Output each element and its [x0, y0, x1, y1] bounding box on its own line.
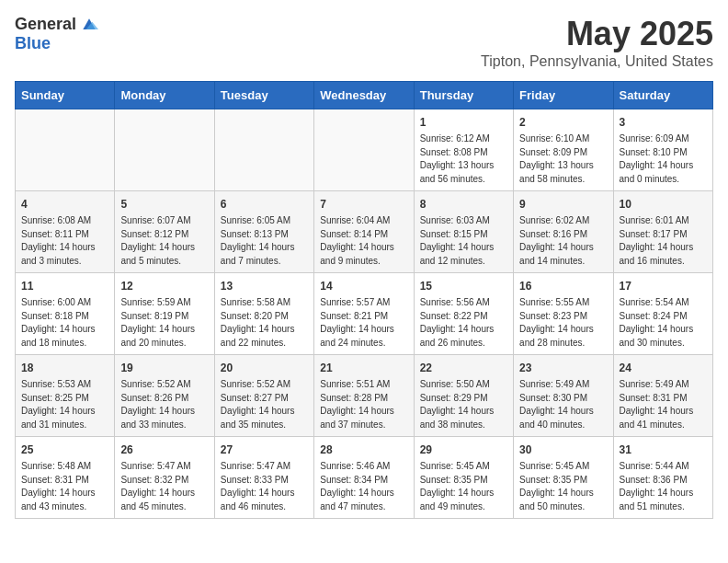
day-info: Sunrise: 6:09 AM Sunset: 8:10 PM Dayligh… — [620, 132, 707, 186]
day-info: Sunrise: 6:10 AM Sunset: 8:09 PM Dayligh… — [519, 132, 607, 186]
day-info: Sunrise: 6:12 AM Sunset: 8:08 PM Dayligh… — [420, 132, 507, 186]
calendar-cell: 6Sunrise: 6:05 AM Sunset: 8:13 PM Daylig… — [214, 191, 313, 273]
calendar-cell: 14Sunrise: 5:57 AM Sunset: 8:21 PM Dayli… — [314, 273, 414, 355]
day-number: 20 — [221, 360, 308, 376]
calendar-cell: 30Sunrise: 5:45 AM Sunset: 8:35 PM Dayli… — [514, 437, 613, 519]
calendar-cell — [115, 109, 214, 191]
page-header: General Blue May 2025 Tipton, Pennsylvan… — [15, 15, 713, 70]
calendar-cell: 5Sunrise: 6:07 AM Sunset: 8:12 PM Daylig… — [115, 191, 214, 273]
day-number: 30 — [519, 442, 607, 458]
logo-general-text: General — [15, 15, 76, 34]
header-day-thursday: Thursday — [414, 82, 513, 109]
week-row-5: 25Sunrise: 5:48 AM Sunset: 8:31 PM Dayli… — [16, 437, 713, 519]
calendar-cell: 13Sunrise: 5:58 AM Sunset: 8:20 PM Dayli… — [214, 273, 313, 355]
header-day-monday: Monday — [115, 82, 214, 109]
day-number: 16 — [519, 278, 607, 294]
calendar-cell: 20Sunrise: 5:52 AM Sunset: 8:27 PM Dayli… — [214, 355, 313, 437]
day-number: 8 — [420, 196, 507, 213]
calendar-cell: 28Sunrise: 5:46 AM Sunset: 8:34 PM Dayli… — [314, 437, 414, 519]
subtitle: Tipton, Pennsylvania, United States — [481, 53, 713, 70]
title-section: May 2025 Tipton, Pennsylvania, United St… — [481, 15, 713, 70]
calendar-cell: 19Sunrise: 5:52 AM Sunset: 8:26 PM Dayli… — [115, 355, 214, 437]
day-info: Sunrise: 5:51 AM Sunset: 8:28 PM Dayligh… — [320, 378, 407, 431]
calendar-table: SundayMondayTuesdayWednesdayThursdayFrid… — [15, 81, 713, 519]
week-row-4: 18Sunrise: 5:53 AM Sunset: 8:25 PM Dayli… — [16, 355, 713, 437]
day-info: Sunrise: 6:00 AM Sunset: 8:18 PM Dayligh… — [21, 296, 108, 350]
day-info: Sunrise: 5:53 AM Sunset: 8:25 PM Dayligh… — [21, 378, 108, 431]
day-number: 9 — [519, 196, 607, 213]
calendar-header: SundayMondayTuesdayWednesdayThursdayFrid… — [16, 82, 713, 109]
header-day-saturday: Saturday — [613, 82, 712, 109]
calendar-cell: 29Sunrise: 5:45 AM Sunset: 8:35 PM Dayli… — [414, 437, 513, 519]
day-info: Sunrise: 6:02 AM Sunset: 8:16 PM Dayligh… — [519, 214, 607, 268]
day-info: Sunrise: 6:01 AM Sunset: 8:17 PM Dayligh… — [620, 214, 707, 268]
calendar-cell: 3Sunrise: 6:09 AM Sunset: 8:10 PM Daylig… — [613, 109, 712, 191]
calendar-cell: 11Sunrise: 6:00 AM Sunset: 8:18 PM Dayli… — [16, 273, 115, 355]
day-number: 29 — [420, 442, 507, 458]
day-number: 10 — [620, 196, 707, 213]
day-info: Sunrise: 5:54 AM Sunset: 8:24 PM Dayligh… — [620, 296, 707, 350]
day-number: 31 — [620, 442, 707, 458]
calendar-cell: 8Sunrise: 6:03 AM Sunset: 8:15 PM Daylig… — [414, 191, 513, 273]
week-row-1: 1Sunrise: 6:12 AM Sunset: 8:08 PM Daylig… — [16, 109, 713, 191]
day-number: 19 — [120, 360, 208, 376]
calendar-cell: 2Sunrise: 6:10 AM Sunset: 8:09 PM Daylig… — [514, 109, 613, 191]
day-number: 2 — [519, 114, 607, 131]
calendar-cell: 4Sunrise: 6:08 AM Sunset: 8:11 PM Daylig… — [16, 191, 115, 273]
header-day-wednesday: Wednesday — [314, 82, 414, 109]
day-info: Sunrise: 5:47 AM Sunset: 8:32 PM Dayligh… — [120, 460, 208, 513]
day-number: 18 — [21, 360, 108, 376]
day-info: Sunrise: 5:45 AM Sunset: 8:35 PM Dayligh… — [519, 460, 607, 513]
calendar-cell — [214, 109, 313, 191]
day-info: Sunrise: 5:47 AM Sunset: 8:33 PM Dayligh… — [221, 460, 308, 513]
day-info: Sunrise: 5:45 AM Sunset: 8:35 PM Dayligh… — [420, 460, 507, 513]
calendar-cell: 31Sunrise: 5:44 AM Sunset: 8:36 PM Dayli… — [613, 437, 712, 519]
calendar-cell: 25Sunrise: 5:48 AM Sunset: 8:31 PM Dayli… — [16, 437, 115, 519]
day-info: Sunrise: 5:52 AM Sunset: 8:27 PM Dayligh… — [221, 378, 308, 431]
day-info: Sunrise: 5:59 AM Sunset: 8:19 PM Dayligh… — [120, 296, 208, 350]
day-number: 7 — [320, 196, 407, 213]
logo-blue-text: Blue — [15, 34, 51, 52]
logo-icon — [80, 16, 98, 34]
day-number: 11 — [21, 278, 108, 294]
calendar-cell: 9Sunrise: 6:02 AM Sunset: 8:16 PM Daylig… — [514, 191, 613, 273]
calendar-body: 1Sunrise: 6:12 AM Sunset: 8:08 PM Daylig… — [16, 109, 713, 519]
calendar-cell: 18Sunrise: 5:53 AM Sunset: 8:25 PM Dayli… — [16, 355, 115, 437]
day-number: 15 — [420, 278, 507, 294]
calendar-cell: 22Sunrise: 5:50 AM Sunset: 8:29 PM Dayli… — [414, 355, 513, 437]
day-info: Sunrise: 5:50 AM Sunset: 8:29 PM Dayligh… — [420, 378, 507, 431]
day-number: 17 — [620, 278, 707, 294]
day-info: Sunrise: 5:44 AM Sunset: 8:36 PM Dayligh… — [620, 460, 707, 513]
day-info: Sunrise: 5:58 AM Sunset: 8:20 PM Dayligh… — [221, 296, 308, 350]
day-number: 5 — [120, 196, 208, 213]
day-number: 6 — [221, 196, 308, 213]
calendar-cell: 27Sunrise: 5:47 AM Sunset: 8:33 PM Dayli… — [214, 437, 313, 519]
calendar-cell — [314, 109, 414, 191]
calendar-cell: 15Sunrise: 5:56 AM Sunset: 8:22 PM Dayli… — [414, 273, 513, 355]
day-info: Sunrise: 5:57 AM Sunset: 8:21 PM Dayligh… — [320, 296, 407, 350]
day-number: 22 — [420, 360, 507, 376]
day-number: 27 — [221, 442, 308, 458]
day-number: 23 — [519, 360, 607, 376]
calendar-cell: 7Sunrise: 6:04 AM Sunset: 8:14 PM Daylig… — [314, 191, 414, 273]
calendar-cell: 17Sunrise: 5:54 AM Sunset: 8:24 PM Dayli… — [613, 273, 712, 355]
calendar-cell: 23Sunrise: 5:49 AM Sunset: 8:30 PM Dayli… — [514, 355, 613, 437]
day-number: 25 — [21, 442, 108, 458]
day-info: Sunrise: 6:07 AM Sunset: 8:12 PM Dayligh… — [120, 214, 208, 268]
day-info: Sunrise: 5:48 AM Sunset: 8:31 PM Dayligh… — [21, 460, 108, 513]
day-number: 13 — [221, 278, 308, 294]
week-row-3: 11Sunrise: 6:00 AM Sunset: 8:18 PM Dayli… — [16, 273, 713, 355]
day-number: 12 — [120, 278, 208, 294]
header-day-tuesday: Tuesday — [214, 82, 313, 109]
logo: General Blue — [15, 15, 98, 53]
calendar-cell: 16Sunrise: 5:55 AM Sunset: 8:23 PM Dayli… — [514, 273, 613, 355]
calendar-cell: 10Sunrise: 6:01 AM Sunset: 8:17 PM Dayli… — [613, 191, 712, 273]
day-number: 14 — [320, 278, 407, 294]
day-info: Sunrise: 6:08 AM Sunset: 8:11 PM Dayligh… — [21, 214, 108, 268]
day-number: 26 — [120, 442, 208, 458]
main-title: May 2025 — [481, 15, 713, 53]
calendar-cell: 26Sunrise: 5:47 AM Sunset: 8:32 PM Dayli… — [115, 437, 214, 519]
day-info: Sunrise: 6:05 AM Sunset: 8:13 PM Dayligh… — [221, 214, 308, 268]
calendar-cell: 12Sunrise: 5:59 AM Sunset: 8:19 PM Dayli… — [115, 273, 214, 355]
day-info: Sunrise: 5:52 AM Sunset: 8:26 PM Dayligh… — [120, 378, 208, 431]
